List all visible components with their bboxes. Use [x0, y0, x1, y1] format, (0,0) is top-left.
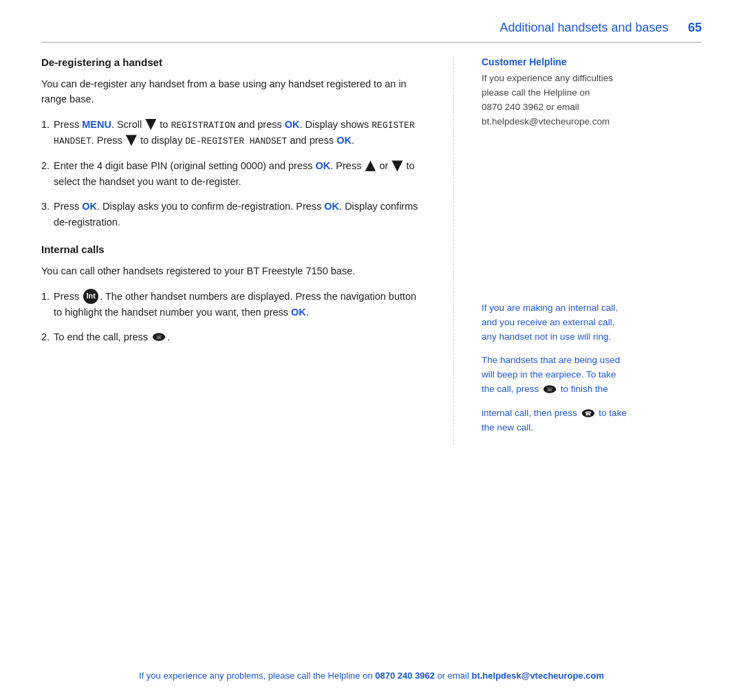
left-column: De-registering a handset You can de-regi… — [41, 56, 454, 445]
svg-text:☏: ☏ — [155, 335, 162, 341]
page-header: Additional handsets and bases 65 — [41, 0, 702, 42]
customer-helpline-box: Customer Helpline If you experience any … — [482, 56, 702, 129]
section-internal-intro: You can call other handsets registered t… — [41, 263, 426, 278]
arrow-up-icon — [365, 160, 376, 171]
internal-step-2: 2. To end the call, press ☏ . — [41, 329, 426, 344]
deregister-step-1: 1. Press MENU. Scroll to REGISTRATION an… — [41, 117, 426, 149]
svg-text:☎: ☎ — [585, 411, 592, 417]
helpline-text: If you experience any difficulties pleas… — [482, 72, 702, 129]
footer-prefix: If you experience any problems, please c… — [139, 670, 375, 681]
chapter-title: Additional handsets and bases — [499, 21, 668, 35]
end-call-icon: ☏ — [152, 332, 166, 342]
ok-keyword-3: OK — [316, 160, 331, 171]
arrow-down-icon-2 — [126, 135, 137, 146]
ok-keyword-2: OK — [336, 135, 352, 146]
header-divider — [41, 42, 702, 43]
display-text-registration: REGISTRATION — [171, 120, 235, 131]
int-button-icon: Int — [83, 289, 98, 304]
sidebar-note-1: If you are making an internal call, and … — [482, 301, 702, 344]
content-area: De-registering a handset You can de-regi… — [41, 56, 702, 445]
sidebar-note-2: The handsets that are being used will be… — [482, 353, 702, 397]
deregister-steps: 1. Press MENU. Scroll to REGISTRATION an… — [41, 117, 426, 230]
display-text-deregister-handset: DE-REGISTER HANDSET — [185, 136, 287, 146]
helpline-line3: 0870 240 3962 or email — [482, 102, 579, 112]
page-container: Additional handsets and bases 65 De-regi… — [0, 0, 743, 700]
answer-call-icon-sidebar: ☎ — [581, 408, 595, 418]
footer-phone: 0870 240 3962 — [375, 670, 435, 681]
sidebar-internal-notes: If you are making an internal call, and … — [482, 301, 702, 435]
helpline-line1: If you experience any difficulties — [482, 73, 613, 83]
section-deregister: De-registering a handset You can de-regi… — [41, 56, 426, 230]
footer-middle: or email — [435, 670, 471, 681]
deregister-step-3: 3. Press OK. Display asks you to confirm… — [41, 199, 426, 230]
ok-keyword-4: OK — [82, 201, 97, 212]
menu-keyword: MENU — [82, 119, 111, 130]
helpline-title: Customer Helpline — [482, 56, 702, 67]
section-deregister-heading: De-registering a handset — [41, 56, 426, 68]
page-number: 65 — [688, 21, 702, 35]
svg-text:☏: ☏ — [546, 386, 553, 393]
footer-email: bt.helpdesk@vtecheurope.com — [471, 670, 604, 681]
ok-keyword: OK — [285, 119, 300, 130]
ok-keyword-6: OK — [291, 307, 306, 318]
ok-keyword-5: OK — [324, 201, 339, 212]
internal-calls-steps: 1. Press Int. The other handset numbers … — [41, 289, 426, 345]
helpline-line2: please call the Helpline on — [482, 87, 590, 98]
sidebar-note-3: internal call, then press ☎ to take the … — [482, 406, 702, 435]
right-column: Customer Helpline If you experience any … — [454, 56, 702, 445]
end-call-icon-sidebar: ☏ — [543, 384, 557, 394]
footer: If you experience any problems, please c… — [41, 670, 702, 681]
arrow-down-icon-3 — [391, 160, 402, 171]
section-internal-heading: Internal calls — [41, 243, 426, 255]
helpline-line4: bt.helpdesk@vtecheurope.com — [482, 116, 610, 127]
internal-step-1: 1. Press Int. The other handset numbers … — [41, 289, 426, 320]
section-internal-calls: Internal calls You can call other handse… — [41, 243, 426, 345]
section-deregister-intro: You can de-register any handset from a b… — [41, 76, 426, 107]
deregister-step-2: 2. Enter the 4 digit base PIN (original … — [41, 158, 426, 189]
arrow-down-icon — [145, 119, 156, 130]
